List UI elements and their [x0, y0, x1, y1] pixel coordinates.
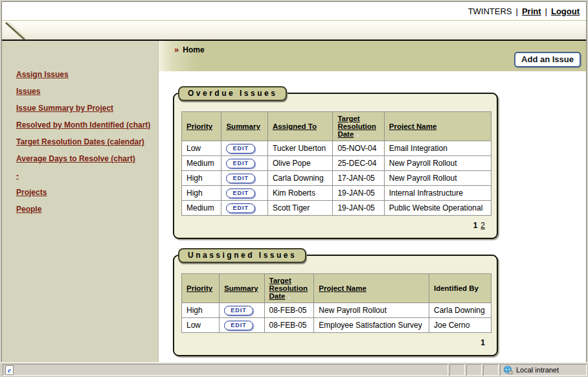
header-decor-band: [2, 20, 586, 40]
priority-cell: High: [182, 171, 221, 186]
project-name-cell: Employee Satisfaction Survey: [314, 318, 429, 333]
assigned-to-cell: Tucker Uberton: [267, 141, 333, 156]
sidebar-nav: Assign Issues Issues Issue Summary by Pr…: [2, 41, 159, 362]
summary-cell: EDIT: [221, 201, 267, 216]
status-bar: e Local intranet: [0, 362, 588, 377]
identified-by-cell: Carla Downing: [429, 303, 491, 318]
page-corner-decoration-icon: [2, 21, 36, 40]
edit-button[interactable]: EDIT: [224, 306, 253, 315]
breadcrumb-chevron-icon: »: [174, 45, 179, 54]
edit-button[interactable]: EDIT: [224, 321, 253, 330]
summary-cell: EDIT: [220, 303, 264, 318]
local-intranet-zone-icon: [503, 365, 513, 375]
project-name-cell: New Payroll Rollout: [384, 171, 491, 186]
browser-document-icon: e: [5, 365, 14, 375]
table-row: Medium EDIT Olive Pope 25-DEC-04 New Pay…: [182, 156, 492, 171]
target-date-cell: 17-JAN-05: [333, 171, 384, 186]
sidebar-item-issues[interactable]: Issues: [16, 87, 158, 96]
utility-bar: TWINTERS | Print | Logout: [2, 2, 586, 20]
add-an-issue-button[interactable]: Add an Issue: [514, 52, 581, 67]
column-header-target-resolution-date[interactable]: Target Resolution Date▲: [333, 112, 384, 141]
divider: |: [516, 6, 518, 16]
username-label: TWINTERS: [468, 6, 512, 16]
overdue-issues-region-title: Overdue Issues: [178, 86, 287, 101]
print-link[interactable]: Print: [522, 6, 541, 16]
edit-button[interactable]: EDIT: [226, 159, 255, 168]
assigned-to-cell: Scott Tiger: [267, 201, 333, 216]
pagination-current-page: 1: [473, 221, 478, 230]
target-date-cell: 08-FEB-05: [264, 303, 314, 318]
sidebar-item-average-days-chart[interactable]: Average Days to Resolve (chart): [16, 155, 158, 163]
priority-cell: Low: [182, 318, 220, 333]
project-name-cell: Public Website Operational: [384, 201, 491, 216]
status-pane: [483, 364, 499, 376]
edit-button[interactable]: EDIT: [226, 144, 255, 154]
sidebar-item-people[interactable]: People: [16, 205, 158, 214]
breadcrumb-home-link[interactable]: Home: [183, 45, 204, 54]
main-content: »Home Add an Issue Overdue Issues: [159, 41, 586, 362]
summary-cell: EDIT: [221, 141, 267, 156]
unassigned-issues-region-title: Unassigned Issues: [178, 248, 306, 263]
edit-button[interactable]: EDIT: [226, 188, 255, 198]
sidebar-item-assign-issues[interactable]: Assign Issues: [16, 71, 158, 79]
table-row: High EDIT Kim Roberts 19-JAN-05 Internal…: [182, 186, 492, 201]
sidebar-item-target-resolution-calendar[interactable]: Target Resolution Dates (calendar): [16, 138, 158, 146]
sidebar-item-projects[interactable]: Projects: [16, 188, 158, 197]
column-header-identified-by: Identified By: [429, 274, 491, 303]
pagination: 1: [181, 338, 485, 347]
column-header-target-resolution-date[interactable]: Target Resolution Date▲: [264, 274, 314, 303]
priority-cell: High: [182, 303, 220, 318]
target-date-cell: 25-DEC-04: [333, 156, 384, 171]
priority-cell: High: [182, 186, 221, 201]
table-row: High EDIT 08-FEB-05 New Payroll Rollout …: [182, 303, 492, 318]
table-header-row: Priority Summary Target Resolution Date▲…: [182, 274, 492, 303]
column-header-assigned-to[interactable]: Assigned To: [267, 112, 333, 141]
summary-cell: EDIT: [220, 318, 264, 333]
target-date-cell: 19-JAN-05: [333, 201, 384, 216]
identified-by-cell: Joe Cerno: [429, 318, 491, 333]
priority-cell: Low: [182, 141, 221, 156]
divider: |: [545, 6, 547, 16]
unassigned-issues-region: Unassigned Issues Priority Summary Targe…: [173, 255, 498, 356]
column-header-project-name[interactable]: Project Name: [314, 274, 429, 303]
target-date-cell: 05-NOV-04: [333, 141, 384, 156]
column-header-priority[interactable]: Priority: [182, 112, 221, 141]
assigned-to-cell: Carla Downing: [267, 171, 333, 186]
target-date-cell: 08-FEB-05: [264, 318, 314, 333]
overdue-issues-region: Overdue Issues Priority Summary Assigned…: [173, 93, 498, 239]
pagination: 12: [181, 221, 485, 230]
table-row: Low EDIT Tucker Uberton 05-NOV-04 Email …: [182, 141, 492, 156]
table-row: Medium EDIT Scott Tiger 19-JAN-05 Public…: [182, 201, 492, 216]
security-zone-pane: Local intranet: [500, 364, 587, 376]
overdue-issues-table: Priority Summary Assigned To Target Reso…: [181, 111, 492, 216]
app-window: TWINTERS | Print | Logout Assign Issues …: [0, 0, 588, 377]
project-name-cell: Internal Infrastructure: [384, 186, 491, 201]
priority-cell: Medium: [182, 156, 221, 171]
logout-link[interactable]: Logout: [551, 6, 580, 16]
column-header-priority[interactable]: Priority: [182, 274, 220, 303]
project-name-cell: New Payroll Rollout: [314, 303, 429, 318]
project-name-cell: New Payroll Rollout: [384, 156, 491, 171]
pagination-current-page: 1: [481, 338, 485, 347]
summary-cell: EDIT: [221, 186, 267, 201]
sidebar-item-dash[interactable]: -: [16, 172, 158, 180]
column-header-project-name[interactable]: Project Name: [384, 112, 491, 141]
status-pane: [466, 364, 482, 376]
table-row: Low EDIT 08-FEB-05 Employee Satisfaction…: [182, 318, 492, 333]
breadcrumb: »Home: [174, 45, 205, 54]
browser-client-area: TWINTERS | Print | Logout Assign Issues …: [1, 1, 587, 362]
edit-button[interactable]: EDIT: [226, 203, 255, 213]
breadcrumb-band: »Home Add an Issue: [159, 41, 586, 71]
sort-ascending-icon: ▲: [355, 131, 361, 138]
edit-button[interactable]: EDIT: [226, 174, 255, 183]
assigned-to-cell: Olive Pope: [267, 156, 333, 171]
summary-cell: EDIT: [221, 156, 267, 171]
column-header-summary[interactable]: Summary: [221, 112, 267, 141]
unassigned-issues-table: Priority Summary Target Resolution Date▲…: [181, 273, 492, 333]
target-date-cell: 19-JAN-05: [333, 186, 384, 201]
column-header-summary[interactable]: Summary: [220, 274, 264, 303]
sidebar-item-resolved-by-month-chart[interactable]: Resolved by Month Identified (chart): [16, 121, 158, 130]
sidebar-item-issue-summary-by-project[interactable]: Issue Summary by Project: [16, 104, 158, 113]
pagination-page-2-link[interactable]: 2: [481, 221, 485, 230]
project-name-cell: Email Integration: [384, 141, 491, 156]
